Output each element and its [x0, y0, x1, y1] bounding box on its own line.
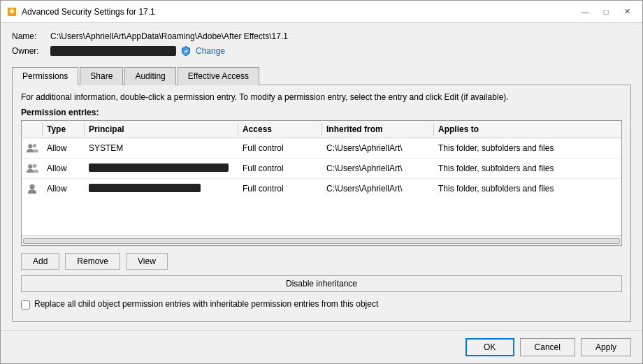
row2-principal-redacted [89, 163, 229, 172]
tab-share[interactable]: Share [80, 67, 123, 85]
row2-icon [22, 159, 43, 178]
svg-point-1 [28, 144, 32, 148]
permissions-panel: For additional information, double-click… [12, 85, 631, 322]
cancel-button[interactable]: Cancel [520, 338, 575, 356]
row3-principal-redacted [89, 184, 201, 192]
maximize-button[interactable]: □ [596, 4, 616, 20]
window-title: Advanced Security Settings for 17.1 [22, 7, 571, 17]
apply-button[interactable]: Apply [581, 338, 631, 356]
permissions-table: Type Principal Access Inherited from App… [21, 120, 622, 246]
add-button[interactable]: Add [21, 253, 59, 270]
scrollbar-track[interactable] [23, 238, 620, 244]
owner-label: Owner: [12, 46, 50, 56]
replace-checkbox-row: Replace all child object permission entr… [21, 299, 622, 310]
tabs-bar: Permissions Share Auditing Effective Acc… [12, 66, 631, 85]
row3-inherited: C:\Users\AphriellArt\ [322, 181, 434, 196]
title-bar: Advanced Security Settings for 17.1 — □ … [1, 1, 642, 23]
row2-principal [85, 161, 238, 177]
col-type: Type [43, 123, 85, 136]
table-row[interactable]: Allow Full control C:\Users\AphriellArt\… [22, 159, 621, 179]
disable-inheritance-button[interactable]: Disable inheritance [21, 275, 622, 292]
shield-icon [180, 45, 192, 57]
svg-point-3 [28, 164, 32, 168]
ok-button[interactable]: OK [465, 338, 514, 356]
table-header: Type Principal Access Inherited from App… [22, 121, 621, 138]
row1-icon [22, 138, 43, 158]
table-row[interactable]: Allow SYSTEM Full control C:\Users\Aphri… [22, 138, 621, 159]
horizontal-scrollbar[interactable] [22, 235, 621, 245]
table-row[interactable]: Allow Full control C:\Users\AphriellArt\… [22, 179, 621, 198]
replace-checkbox-label: Replace all child object permission entr… [34, 299, 378, 309]
row2-access: Full control [238, 161, 322, 176]
row3-access: Full control [238, 181, 322, 196]
col-access: Access [238, 123, 322, 136]
main-window: Advanced Security Settings for 17.1 — □ … [0, 0, 643, 364]
name-label: Name: [12, 31, 50, 41]
row1-principal: SYSTEM [85, 140, 238, 156]
minimize-button[interactable]: — [575, 4, 595, 20]
dialog-content: Name: C:\Users\AphriellArt\AppData\Roami… [1, 23, 642, 330]
row1-access: Full control [238, 140, 322, 156]
name-value: C:\Users\AphriellArt\AppData\Roaming\Ado… [50, 31, 288, 41]
row3-type: Allow [43, 181, 85, 196]
replace-checkbox[interactable] [21, 300, 30, 310]
owner-redacted-value [50, 46, 176, 56]
remove-button[interactable]: Remove [65, 253, 120, 270]
dialog-footer: OK Cancel Apply [1, 330, 642, 363]
row1-type: Allow [43, 140, 85, 156]
users-icon [26, 141, 38, 155]
tab-effective-access[interactable]: Effective Access [178, 67, 259, 85]
change-link[interactable]: Change [196, 46, 225, 56]
window-controls: — □ ✕ [575, 4, 637, 20]
close-button[interactable]: ✕ [617, 4, 637, 20]
row2-type: Allow [43, 161, 85, 176]
row3-icon [22, 179, 43, 198]
col-icon [22, 123, 43, 136]
svg-point-5 [29, 184, 34, 189]
row1-inherited: C:\Users\AphriellArt\ [322, 140, 434, 156]
row2-applies: This folder, subfolders and files [434, 161, 621, 176]
view-button[interactable]: View [126, 253, 168, 270]
row2-inherited: C:\Users\AphriellArt\ [322, 161, 434, 176]
row3-principal [85, 181, 238, 197]
row1-applies: This folder, subfolders and files [434, 140, 621, 156]
action-buttons: Add Remove View [21, 253, 622, 270]
table-body: Allow SYSTEM Full control C:\Users\Aphri… [22, 138, 621, 235]
owner-content: Change [50, 45, 225, 57]
col-inherited: Inherited from [322, 123, 434, 136]
entries-label: Permission entries: [21, 108, 622, 117]
owner-row: Owner: Change [12, 45, 631, 57]
col-principal: Principal [85, 123, 238, 136]
tab-auditing[interactable]: Auditing [124, 67, 175, 85]
window-icon [6, 6, 17, 17]
users-icon [26, 161, 38, 175]
svg-point-2 [33, 144, 36, 147]
name-row: Name: C:\Users\AphriellArt\AppData\Roami… [12, 31, 631, 41]
user-icon [26, 182, 38, 196]
row3-applies: This folder, subfolders and files [434, 181, 621, 196]
tab-permissions[interactable]: Permissions [12, 67, 78, 85]
svg-point-4 [33, 164, 36, 168]
col-applies: Applies to [434, 123, 621, 136]
info-text: For additional information, double-click… [21, 92, 622, 102]
